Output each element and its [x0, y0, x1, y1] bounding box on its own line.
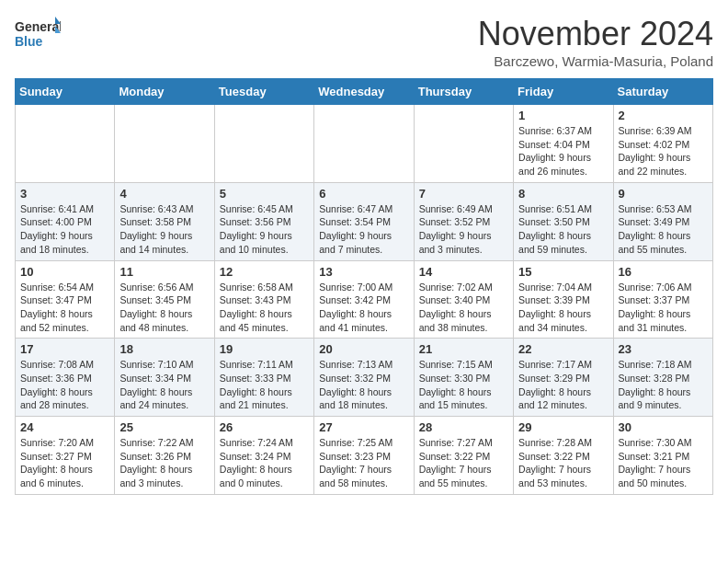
day-info: Sunrise: 7:02 AMSunset: 3:40 PMDaylight:… [419, 281, 508, 335]
header-sunday: Sunday [16, 79, 115, 105]
logo-svg: General Blue [15, 15, 61, 53]
day-cell: 16Sunrise: 7:06 AMSunset: 3:37 PMDayligh… [613, 260, 712, 339]
location: Barczewo, Warmia-Masuria, Poland [478, 53, 713, 69]
day-info: Sunrise: 7:10 AMSunset: 3:34 PMDaylight:… [119, 358, 209, 412]
day-info: Sunrise: 6:45 AMSunset: 3:56 PMDaylight:… [220, 202, 309, 257]
day-cell: 28Sunrise: 7:27 AMSunset: 3:22 PMDayligh… [414, 417, 513, 495]
day-number: 11 [119, 265, 209, 279]
page-header: General Blue November 2024 Barczewo, War… [15, 15, 713, 69]
day-cell: 29Sunrise: 7:28 AMSunset: 3:22 PMDayligh… [514, 417, 613, 495]
day-info: Sunrise: 6:37 AMSunset: 4:04 PMDaylight:… [518, 124, 608, 178]
day-number: 2 [619, 109, 708, 122]
week-row-3: 10Sunrise: 6:54 AMSunset: 3:47 PMDayligh… [16, 260, 713, 339]
day-cell: 6Sunrise: 6:47 AMSunset: 3:54 PMDaylight… [314, 182, 414, 260]
day-info: Sunrise: 6:41 AMSunset: 4:00 PMDaylight:… [20, 202, 109, 257]
day-number: 13 [319, 265, 408, 279]
day-cell: 12Sunrise: 6:58 AMSunset: 3:43 PMDayligh… [214, 260, 313, 339]
day-number: 12 [220, 265, 309, 279]
day-number: 22 [518, 342, 608, 356]
day-cell: 25Sunrise: 7:22 AMSunset: 3:26 PMDayligh… [115, 417, 214, 495]
day-number: 29 [518, 420, 608, 434]
day-cell: 7Sunrise: 6:49 AMSunset: 3:52 PMDaylight… [414, 182, 513, 260]
calendar-header-row: SundayMondayTuesdayWednesdayThursdayFrid… [16, 79, 713, 105]
day-cell: 18Sunrise: 7:10 AMSunset: 3:34 PMDayligh… [115, 339, 214, 417]
day-cell: 21Sunrise: 7:15 AMSunset: 3:30 PMDayligh… [414, 339, 513, 417]
day-cell: 30Sunrise: 7:30 AMSunset: 3:21 PMDayligh… [613, 417, 712, 495]
day-cell: 5Sunrise: 6:45 AMSunset: 3:56 PMDaylight… [214, 182, 313, 260]
day-cell: 9Sunrise: 6:53 AMSunset: 3:49 PMDaylight… [613, 182, 712, 260]
week-row-5: 24Sunrise: 7:20 AMSunset: 3:27 PMDayligh… [16, 417, 713, 495]
day-cell [115, 105, 214, 183]
day-number: 23 [619, 342, 708, 356]
header-friday: Friday [514, 79, 613, 105]
day-cell: 2Sunrise: 6:39 AMSunset: 4:02 PMDaylight… [613, 105, 712, 183]
day-info: Sunrise: 7:13 AMSunset: 3:32 PMDaylight:… [319, 358, 408, 412]
header-tuesday: Tuesday [214, 79, 313, 105]
day-info: Sunrise: 7:22 AMSunset: 3:26 PMDaylight:… [119, 436, 209, 490]
day-info: Sunrise: 6:39 AMSunset: 4:02 PMDaylight:… [619, 124, 708, 178]
title-block: November 2024 Barczewo, Warmia-Masuria, … [478, 15, 713, 69]
day-info: Sunrise: 7:27 AMSunset: 3:22 PMDaylight:… [419, 436, 508, 490]
day-number: 24 [20, 420, 109, 434]
day-info: Sunrise: 6:51 AMSunset: 3:50 PMDaylight:… [518, 202, 608, 257]
week-row-2: 3Sunrise: 6:41 AMSunset: 4:00 PMDaylight… [16, 182, 713, 260]
day-info: Sunrise: 7:18 AMSunset: 3:28 PMDaylight:… [619, 358, 708, 412]
day-cell: 23Sunrise: 7:18 AMSunset: 3:28 PMDayligh… [613, 339, 712, 417]
day-info: Sunrise: 7:24 AMSunset: 3:24 PMDaylight:… [220, 436, 309, 490]
day-cell: 11Sunrise: 6:56 AMSunset: 3:45 PMDayligh… [115, 260, 214, 339]
day-number: 21 [419, 342, 508, 356]
day-info: Sunrise: 7:08 AMSunset: 3:36 PMDaylight:… [20, 358, 109, 412]
day-number: 9 [619, 187, 708, 201]
day-cell: 26Sunrise: 7:24 AMSunset: 3:24 PMDayligh… [214, 417, 313, 495]
day-number: 28 [419, 420, 508, 434]
day-cell: 17Sunrise: 7:08 AMSunset: 3:36 PMDayligh… [16, 339, 115, 417]
day-info: Sunrise: 7:11 AMSunset: 3:33 PMDaylight:… [220, 358, 309, 412]
day-info: Sunrise: 7:15 AMSunset: 3:30 PMDaylight:… [419, 358, 508, 412]
day-info: Sunrise: 6:47 AMSunset: 3:54 PMDaylight:… [319, 202, 408, 257]
day-cell: 1Sunrise: 6:37 AMSunset: 4:04 PMDaylight… [514, 105, 613, 183]
day-cell: 24Sunrise: 7:20 AMSunset: 3:27 PMDayligh… [16, 417, 115, 495]
header-thursday: Thursday [414, 79, 513, 105]
day-cell [314, 105, 414, 183]
day-info: Sunrise: 7:17 AMSunset: 3:29 PMDaylight:… [518, 358, 608, 412]
day-cell: 8Sunrise: 6:51 AMSunset: 3:50 PMDaylight… [514, 182, 613, 260]
day-info: Sunrise: 7:28 AMSunset: 3:22 PMDaylight:… [518, 436, 608, 490]
day-cell: 27Sunrise: 7:25 AMSunset: 3:23 PMDayligh… [314, 417, 414, 495]
day-info: Sunrise: 7:04 AMSunset: 3:39 PMDaylight:… [518, 281, 608, 335]
day-info: Sunrise: 6:56 AMSunset: 3:45 PMDaylight:… [119, 281, 209, 335]
day-info: Sunrise: 6:54 AMSunset: 3:47 PMDaylight:… [20, 281, 109, 335]
day-number: 19 [220, 342, 309, 356]
day-cell: 19Sunrise: 7:11 AMSunset: 3:33 PMDayligh… [214, 339, 313, 417]
day-number: 30 [619, 420, 708, 434]
day-info: Sunrise: 7:25 AMSunset: 3:23 PMDaylight:… [319, 436, 408, 490]
day-number: 14 [419, 265, 508, 279]
day-cell: 13Sunrise: 7:00 AMSunset: 3:42 PMDayligh… [314, 260, 414, 339]
day-info: Sunrise: 7:30 AMSunset: 3:21 PMDaylight:… [619, 436, 708, 490]
svg-text:Blue: Blue [15, 34, 43, 49]
header-saturday: Saturday [613, 79, 712, 105]
day-number: 7 [419, 187, 508, 201]
day-cell: 4Sunrise: 6:43 AMSunset: 3:58 PMDaylight… [115, 182, 214, 260]
day-number: 1 [518, 109, 608, 122]
day-cell: 15Sunrise: 7:04 AMSunset: 3:39 PMDayligh… [514, 260, 613, 339]
day-number: 15 [518, 265, 608, 279]
day-number: 26 [220, 420, 309, 434]
day-number: 6 [319, 187, 408, 201]
day-number: 27 [319, 420, 408, 434]
logo: General Blue [15, 15, 61, 53]
day-cell [414, 105, 513, 183]
week-row-4: 17Sunrise: 7:08 AMSunset: 3:36 PMDayligh… [16, 339, 713, 417]
day-info: Sunrise: 6:58 AMSunset: 3:43 PMDaylight:… [220, 281, 309, 335]
day-info: Sunrise: 6:43 AMSunset: 3:58 PMDaylight:… [119, 202, 209, 257]
day-number: 5 [220, 187, 309, 201]
day-cell [214, 105, 313, 183]
day-cell: 10Sunrise: 6:54 AMSunset: 3:47 PMDayligh… [16, 260, 115, 339]
day-number: 8 [518, 187, 608, 201]
day-number: 4 [119, 187, 209, 201]
day-info: Sunrise: 7:20 AMSunset: 3:27 PMDaylight:… [20, 436, 109, 490]
day-cell [16, 105, 115, 183]
day-info: Sunrise: 6:49 AMSunset: 3:52 PMDaylight:… [419, 202, 508, 257]
day-cell: 22Sunrise: 7:17 AMSunset: 3:29 PMDayligh… [514, 339, 613, 417]
day-info: Sunrise: 7:00 AMSunset: 3:42 PMDaylight:… [319, 281, 408, 335]
day-number: 10 [20, 265, 109, 279]
